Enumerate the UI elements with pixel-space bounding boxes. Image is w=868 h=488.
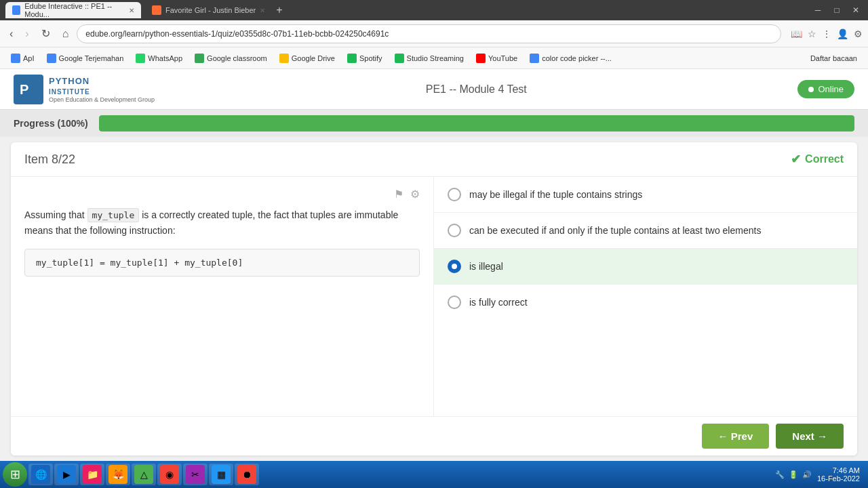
taskbar-ie-icon: 🌐 (31, 465, 50, 484)
sys-icon-1: 🔧 (775, 470, 785, 479)
bookmark-youtube-label: YouTube (488, 54, 517, 62)
bookmark-star-icon[interactable]: ☆ (808, 28, 816, 39)
refresh-button[interactable]: ↻ (37, 24, 54, 43)
taskbar-item-9[interactable]: ⏺ (235, 464, 259, 485)
bookmark-spotify-label: Spotify (359, 54, 382, 62)
bookmark-spotify[interactable]: Spotify (342, 52, 388, 65)
answer-option-3[interactable]: is illegal (434, 249, 857, 285)
bookmark-google-trans[interactable]: Google Terjemahan (41, 52, 130, 65)
question-intro: Assuming that (24, 209, 85, 220)
tab-favicon (12, 5, 20, 15)
taskbar-item-1[interactable]: 🌐 (28, 464, 53, 485)
answer-option-4[interactable]: is fully correct (434, 285, 857, 320)
tab-active[interactable]: Edube Interactive :: PE1 -- Modu... ✕ (5, 2, 141, 18)
bookmark-daftar[interactable]: Daftar bacaan (805, 52, 863, 64)
reader-icon[interactable]: 📖 (791, 28, 802, 39)
quiz-footer: ← Prev Next → (11, 416, 857, 455)
tab-close-btn[interactable]: ✕ (129, 7, 134, 14)
header-title: PE1 -- Module 4 Test (426, 83, 527, 96)
radio-btn-3[interactable] (448, 260, 461, 273)
settings-icon[interactable]: ⚙ (854, 28, 863, 39)
radio-btn-4[interactable] (448, 296, 461, 309)
bookmark-whatsapp-icon (136, 54, 145, 63)
question-text: Assuming that my_tuple is a correctly cr… (24, 207, 420, 238)
taskbar-item-7[interactable]: ✂ (183, 464, 208, 485)
bookmark-colorpicker-icon (530, 54, 539, 63)
settings-tool-icon[interactable]: ⚙ (410, 188, 420, 201)
answer-text-3: is illegal (469, 261, 503, 272)
progress-label: Progress (100%) (14, 118, 88, 129)
correct-badge: ✔ Correct (791, 152, 844, 167)
minimize-button[interactable]: ─ (811, 5, 825, 15)
bookmark-studio-icon (395, 54, 404, 63)
taskbar-scissors-icon: ✂ (186, 465, 205, 484)
taskbar-folder-icon: 📁 (83, 465, 102, 484)
progress-track (99, 115, 854, 131)
tab-close-btn-2[interactable]: ✕ (260, 7, 265, 14)
radio-inner-3 (452, 264, 457, 269)
bookmark-drive-icon (279, 54, 289, 63)
bookmark-classroom[interactable]: Google classroom (189, 52, 273, 65)
back-button[interactable]: ‹ (5, 25, 17, 43)
bookmark-trans-icon (47, 54, 56, 63)
taskbar-chrome-icon: ◉ (160, 465, 179, 484)
bookmark-studio[interactable]: Studio Streaming (389, 52, 469, 65)
taskbar-item-8[interactable]: ▦ (209, 464, 233, 485)
answer-option-2[interactable]: can be executed if and only if the tuple… (434, 213, 857, 249)
bookmark-drive-label: Google Drive (292, 54, 335, 62)
taskbar-item-2[interactable]: ▶ (54, 464, 79, 485)
next-button[interactable]: Next → (776, 424, 844, 449)
start-button[interactable]: ⊞ (3, 462, 27, 487)
taskbar-right: 🔧 🔋 🔊 7:46 AM 16-Feb-2022 (775, 466, 865, 483)
question-panel: ⚑ ⚙ Assuming that my_tuple is a correctl… (11, 177, 434, 416)
taskbar-green-icon: △ (134, 465, 153, 484)
close-button[interactable]: ✕ (849, 5, 863, 15)
bookmark-colorpicker[interactable]: color code picker --... (524, 52, 617, 65)
flag-icon[interactable]: ⚑ (394, 188, 403, 201)
taskbar-date-display: 16-Feb-2022 (817, 474, 860, 483)
forward-button[interactable]: › (21, 25, 33, 43)
taskbar-record-icon: ⏺ (237, 465, 256, 484)
quiz-header: Item 8/22 ✔ Correct (11, 142, 857, 177)
bookmark-studio-label: Studio Streaming (407, 54, 464, 62)
question-tools: ⚑ ⚙ (24, 188, 420, 201)
bookmark-youtube[interactable]: YouTube (471, 52, 523, 65)
bookmark-youtube-icon (476, 54, 486, 63)
bookmark-trans-label: Google Terjemahan (59, 54, 124, 62)
code-block: my_tuple[1] = my_tuple[1] + my_tuple[0] (24, 249, 420, 277)
hub-icon[interactable]: ⋮ (822, 28, 831, 39)
maximize-button[interactable]: □ (830, 5, 844, 15)
bookmark-spotify-icon (347, 54, 357, 63)
bookmark-whatsapp[interactable]: WhatsApp (130, 52, 188, 65)
prev-button[interactable]: ← Prev (702, 424, 770, 449)
taskbar-item-4[interactable]: 🦊 (106, 464, 130, 485)
home-button[interactable]: ⌂ (58, 25, 73, 43)
profile-icon[interactable]: 👤 (837, 28, 848, 39)
logo: P PYTHON INSTITUTE Open Education & Deve… (14, 75, 155, 104)
bookmark-drive[interactable]: Google Drive (274, 52, 340, 65)
quiz-area: Item 8/22 ✔ Correct ⚑ ⚙ Assuming that my… (11, 142, 857, 455)
tab-label-2: Favorite Girl - Justin Bieber (165, 6, 256, 14)
bookmark-classroom-label: Google classroom (207, 54, 267, 62)
taskbar-item-3[interactable]: 📁 (80, 464, 104, 485)
answer-text-2: can be executed if and only if the tuple… (469, 225, 761, 236)
answers-panel: may be illegal if the tuple contains str… (434, 177, 857, 416)
answer-option-1[interactable]: may be illegal if the tuple contains str… (434, 177, 857, 213)
taskbar-item-6[interactable]: ◉ (157, 464, 182, 485)
new-tab-button[interactable]: + (276, 4, 282, 16)
correct-label: Correct (805, 153, 844, 165)
bookmark-daftar-label: Daftar bacaan (810, 54, 857, 62)
online-dot (808, 87, 814, 92)
bookmark-api[interactable]: ApI (5, 52, 40, 65)
logo-sub: Open Education & Development Group (49, 96, 155, 103)
radio-btn-1[interactable] (448, 188, 461, 201)
address-bar[interactable]: edube.org/learn/python-essentials-1/quiz… (77, 24, 781, 43)
bookmarks-bar: ApI Google Terjemahan WhatsApp Google cl… (0, 47, 868, 69)
bookmark-classroom-icon (195, 54, 204, 63)
taskbar-item-5[interactable]: △ (132, 464, 156, 485)
radio-btn-2[interactable] (448, 224, 461, 237)
check-icon: ✔ (791, 152, 801, 167)
taskbar-media-icon: ▶ (57, 465, 76, 484)
tab-inactive[interactable]: Favorite Girl - Justin Bieber ✕ (145, 2, 272, 18)
tab-favicon-2 (152, 5, 161, 15)
